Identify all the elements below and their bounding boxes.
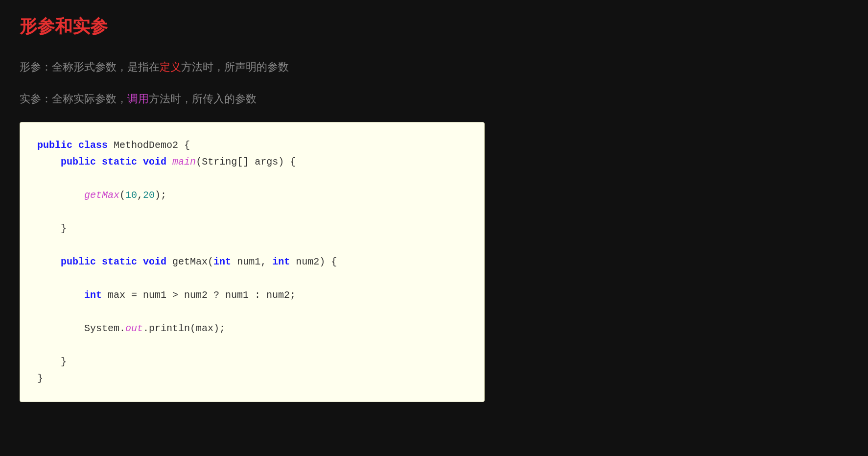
desc2-prefix: 实参：全称实际参数， [20,93,127,105]
code-line-3 [37,170,467,187]
code-line-13 [37,337,467,354]
code-line-10: int max = num1 > num2 ? num1 : num2; [37,287,467,304]
desc-line-2: 实参：全称实际参数，调用方法时，所传入的参数 [20,90,848,107]
page-title: 形参和实参 [20,15,848,39]
code-block: public class MethodDemo2 { public static… [20,122,485,402]
kw-int-1: int [213,256,231,267]
code-line-1: public class MethodDemo2 { [37,137,467,154]
code-line-4: getMax(10,20); [37,187,467,204]
out-keyword: out [125,323,143,334]
code-line-6: } [37,220,467,237]
desc1-prefix: 形参：全称形式参数，是指在 [20,61,160,73]
kw-class: class [78,140,108,151]
kw-int-3: int [84,289,102,301]
method-getmax-call: getMax [84,190,119,201]
kw-void-2: void [143,256,166,267]
desc2-highlight: 调用 [127,93,149,105]
code-line-15: } [37,370,467,387]
code-line-11 [37,304,467,320]
kw-public-3: public [61,256,96,267]
number-10: 10 [125,190,137,201]
kw-static-2: static [102,256,137,267]
desc1-suffix: 方法时，所声明的参数 [181,61,289,73]
description-section: 形参：全称形式参数，是指在定义方法时，所声明的参数 实参：全称实际参数，调用方法… [20,58,848,107]
code-line-12: System.out.println(max); [37,320,467,337]
desc1-highlight: 定义 [160,61,181,73]
code-line-9 [37,270,467,287]
desc2-suffix: 方法时，所传入的参数 [149,93,257,105]
number-20: 20 [143,190,155,201]
page-container: 形参和实参 形参：全称形式参数，是指在定义方法时，所声明的参数 实参：全称实际参… [0,0,868,456]
code-line-2: public static void main(String[] args) { [37,154,467,170]
code-line-5 [37,204,467,220]
kw-void-1: void [143,156,166,168]
kw-public-1: public [37,140,72,151]
kw-int-2: int [272,256,290,267]
code-line-8: public static void getMax(int num1, int … [37,254,467,270]
desc-line-1: 形参：全称形式参数，是指在定义方法时，所声明的参数 [20,58,848,75]
code-line-14: } [37,354,467,370]
code-line-7 [37,237,467,254]
method-main: main [172,156,196,168]
kw-public-2: public [61,156,96,168]
kw-static-1: static [102,156,137,168]
